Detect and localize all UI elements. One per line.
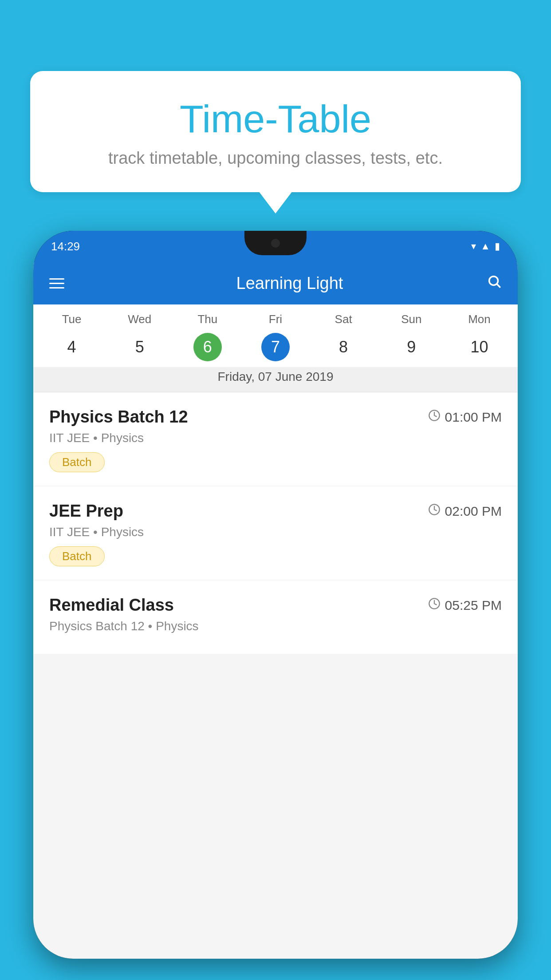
calendar-day-8[interactable]: 8 — [310, 333, 378, 361]
signal-icon: ▲ — [480, 241, 490, 252]
phone-frame: 14:29 ▾ ▲ ▮ Learning Light — [33, 231, 518, 959]
status-time: 14:29 — [51, 240, 80, 253]
day-label-tue: Tue — [38, 312, 106, 326]
status-bar: 14:29 ▾ ▲ ▮ — [33, 231, 518, 262]
batch-badge-1: Batch — [49, 452, 105, 472]
class-item-physics-batch[interactable]: Physics Batch 12 01:00 PM IIT JEE • Phys… — [33, 392, 518, 486]
speech-bubble-subtitle: track timetable, upcoming classes, tests… — [48, 149, 503, 168]
class-item-jee-prep[interactable]: JEE Prep 02:00 PM IIT JEE • Physics Batc… — [33, 486, 518, 580]
batch-badge-2: Batch — [49, 546, 105, 566]
clock-icon-1 — [428, 409, 441, 425]
class-meta-1: IIT JEE • Physics — [49, 431, 502, 445]
day-numbers: 4 5 6 7 8 9 10 — [33, 330, 518, 367]
class-name-1: Physics Batch 12 — [49, 407, 188, 427]
camera-dot — [271, 239, 280, 248]
calendar-day-9[interactable]: 9 — [378, 333, 445, 361]
class-name-2: JEE Prep — [49, 502, 123, 521]
class-time-3: 05:25 PM — [428, 597, 502, 613]
class-item-header-1: Physics Batch 12 01:00 PM — [49, 407, 502, 427]
day-labels: Tue Wed Thu Fri Sat Sun Mon — [33, 304, 518, 330]
calendar-day-6-today[interactable]: 6 — [173, 333, 241, 361]
calendar-day-7-selected[interactable]: 7 — [241, 333, 309, 361]
calendar-section: Tue Wed Thu Fri Sat Sun Mon 4 5 6 7 8 9 … — [33, 304, 518, 392]
speech-bubble-container: Time-Table track timetable, upcoming cla… — [30, 71, 521, 192]
class-time-2: 02:00 PM — [428, 503, 502, 519]
clock-icon-3 — [428, 597, 441, 613]
svg-line-1 — [497, 285, 500, 287]
calendar-day-5[interactable]: 5 — [106, 333, 173, 361]
day-label-sat: Sat — [310, 312, 378, 326]
clock-icon-2 — [428, 503, 441, 519]
day-label-mon: Mon — [445, 312, 513, 326]
class-meta-3: Physics Batch 12 • Physics — [49, 619, 502, 633]
wifi-icon: ▾ — [471, 241, 476, 252]
battery-icon: ▮ — [495, 241, 500, 252]
phone-screen: Learning Light Tue Wed Thu Fri Sat Sun M… — [33, 262, 518, 959]
day-label-thu: Thu — [173, 312, 241, 326]
hamburger-menu-icon[interactable] — [49, 278, 64, 288]
calendar-day-10[interactable]: 10 — [445, 333, 513, 361]
app-title: Learning Light — [78, 274, 502, 293]
class-item-header-2: JEE Prep 02:00 PM — [49, 502, 502, 521]
class-time-1: 01:00 PM — [428, 409, 502, 425]
calendar-day-4[interactable]: 4 — [38, 333, 106, 361]
phone-notch — [244, 231, 307, 255]
day-label-wed: Wed — [106, 312, 173, 326]
selected-date-label: Friday, 07 June 2019 — [33, 367, 518, 392]
speech-bubble: Time-Table track timetable, upcoming cla… — [30, 71, 521, 192]
day-label-fri: Fri — [241, 312, 309, 326]
status-icons: ▾ ▲ ▮ — [471, 241, 500, 252]
class-list: Physics Batch 12 01:00 PM IIT JEE • Phys… — [33, 392, 518, 655]
search-icon[interactable] — [487, 274, 502, 292]
class-item-remedial[interactable]: Remedial Class 05:25 PM Physics Batch 12… — [33, 581, 518, 654]
class-name-3: Remedial Class — [49, 596, 174, 615]
speech-bubble-title: Time-Table — [48, 98, 503, 141]
class-meta-2: IIT JEE • Physics — [49, 525, 502, 539]
app-header: Learning Light — [33, 262, 518, 304]
class-item-header-3: Remedial Class 05:25 PM — [49, 596, 502, 615]
day-label-sun: Sun — [378, 312, 445, 326]
